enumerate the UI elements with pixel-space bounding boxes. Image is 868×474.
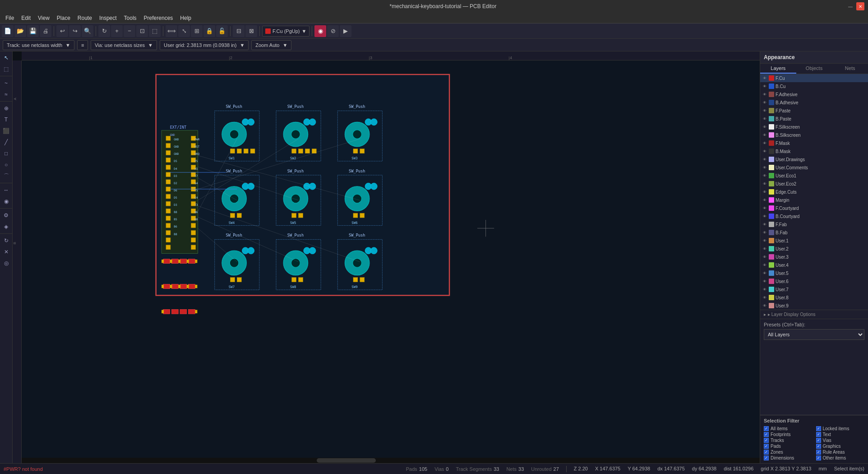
menu-inspect[interactable]: Inspect [96, 14, 120, 22]
sel-rule-areas-check[interactable]: ✓ [816, 450, 821, 455]
layer-eye-f-mask[interactable]: 👁 [762, 140, 767, 146]
layer-color-b-adhesive[interactable] [769, 100, 774, 105]
layer-row-user-6[interactable]: 👁User.6 [760, 277, 868, 285]
sel-locked-items[interactable]: ✓ Locked items [816, 426, 865, 431]
layer-row-user-4[interactable]: 👁User.4 [760, 261, 868, 269]
sel-pads[interactable]: ✓ Pads [764, 444, 813, 449]
sel-tracks[interactable]: ✓ Tracks [764, 438, 813, 443]
sel-dimensions[interactable]: ✓ Dimensions [764, 455, 813, 460]
add-zone-tool[interactable]: ⬛ [1, 125, 12, 136]
layer-color-user-4[interactable] [769, 262, 774, 268]
layer-color-user-8[interactable] [769, 295, 774, 300]
net-inspector[interactable]: ⊠ [245, 25, 257, 37]
zoom-in-button[interactable]: + [111, 25, 123, 37]
layer-eye-user-4[interactable]: 👁 [762, 262, 767, 268]
close-button[interactable]: ✕ [856, 2, 864, 10]
sel-vias[interactable]: ✓ Vias [816, 438, 865, 443]
layer-color-b-mask[interactable] [769, 149, 774, 154]
select-area-tool[interactable]: ⬚ [1, 64, 12, 74]
menu-help[interactable]: Help [176, 14, 195, 22]
sel-all-items[interactable]: ✓ All items [764, 426, 813, 431]
menu-edit[interactable]: Edit [18, 14, 34, 22]
layer-color-user-5[interactable] [769, 270, 774, 276]
sel-footprints-check[interactable]: ✓ [764, 432, 769, 437]
sel-other-items-check[interactable]: ✓ [816, 455, 821, 460]
menu-place[interactable]: Place [53, 14, 74, 22]
layer-row-b-mask[interactable]: 👁B.Mask [760, 147, 868, 155]
canvas-area[interactable]: 1 2 3 4 A B [13, 51, 760, 463]
layer-color-b-paste[interactable] [769, 116, 774, 121]
layer-row-b-courtyard[interactable]: 👁B.Courtyard [760, 212, 868, 220]
sel-locked-items-check[interactable]: ✓ [816, 426, 821, 431]
menu-file[interactable]: File [2, 14, 18, 22]
menu-view[interactable]: View [34, 14, 53, 22]
layer-dropdown[interactable]: F.Cu (PgUp) ▼ [262, 26, 309, 37]
layer-row-f-courtyard[interactable]: 👁F.Courtyard [760, 204, 868, 212]
ratsnest-tool[interactable]: ✕ [1, 246, 12, 257]
sel-tracks-check[interactable]: ✓ [764, 438, 769, 443]
print-button[interactable]: 🖨 [40, 25, 51, 37]
via-size-dropdown[interactable]: Via: use netclass sizes ▼ [91, 40, 157, 50]
layer-eye-user-6[interactable]: 👁 [762, 279, 767, 284]
sel-other-items[interactable]: ✓ Other items [816, 455, 865, 460]
layer-eye-margin[interactable]: 👁 [762, 197, 767, 203]
draw-line-tool[interactable]: ╱ [1, 137, 12, 148]
layer-color-f-courtyard[interactable] [769, 205, 774, 211]
layer-color-user-2[interactable] [769, 246, 774, 251]
layer-row-user-7[interactable]: 👁User.7 [760, 285, 868, 293]
layer-color-b-courtyard[interactable] [769, 214, 774, 219]
unlock-button[interactable]: 🔓 [216, 25, 228, 37]
layer-color-b-fab[interactable] [769, 230, 774, 235]
sel-text-check[interactable]: ✓ [816, 432, 821, 437]
layer-row-user-eco1[interactable]: 👁User.Eco1 [760, 172, 868, 180]
layer-options-toggle[interactable]: ▸ ▸ Layer Display Options [764, 312, 864, 317]
layer-row-f-mask[interactable]: 👁F.Mask [760, 139, 868, 147]
script-button[interactable]: ▶ [340, 25, 351, 37]
layer-eye-user-7[interactable]: 👁 [762, 287, 767, 292]
mirror-button[interactable]: ⤡ [178, 25, 190, 37]
layer-color-user-eco1[interactable] [769, 173, 774, 178]
sel-zones[interactable]: ✓ Zones [764, 450, 813, 455]
route-diff-pair-tool[interactable]: ≈ [1, 89, 12, 100]
sel-dimensions-check[interactable]: ✓ [764, 455, 769, 460]
tab-layers[interactable]: Layers [760, 64, 796, 74]
menu-preferences[interactable]: Preferences [140, 14, 177, 22]
new-button[interactable]: 📄 [2, 25, 14, 37]
layer-eye-user-eco1[interactable]: 👁 [762, 173, 767, 178]
sel-all-items-check[interactable]: ✓ [764, 426, 769, 431]
sel-pads-check[interactable]: ✓ [764, 444, 769, 449]
layer-eye-user-5[interactable]: 👁 [762, 270, 767, 276]
board-setup-tool[interactable]: ⚙ [1, 210, 12, 221]
layer-eye-f-fab[interactable]: 👁 [762, 222, 767, 227]
layer-eye-user-2[interactable]: 👁 [762, 246, 767, 251]
track-width-icon[interactable]: ≡ [77, 40, 88, 50]
layer-color-user-6[interactable] [769, 279, 774, 284]
sel-vias-check[interactable]: ✓ [816, 438, 821, 443]
minimize-button[interactable]: — [846, 2, 854, 10]
layer-color-f-cu[interactable] [769, 75, 774, 81]
layer-eye-user-drawings[interactable]: 👁 [762, 157, 767, 162]
group-button[interactable]: ⊟ [233, 25, 245, 37]
3d-viewer-tool[interactable]: ◈ [1, 221, 12, 232]
undo-button[interactable]: ↩ [56, 25, 68, 37]
layer-eye-b-courtyard[interactable]: 👁 [762, 214, 767, 219]
layer-color-user-1[interactable] [769, 238, 774, 243]
layer-row-b-cu[interactable]: 👁B.Cu [760, 82, 868, 90]
add-footprint-tool[interactable]: ⊕ [1, 103, 12, 114]
layer-color-f-fab[interactable] [769, 222, 774, 227]
layer-color-margin[interactable] [769, 197, 774, 203]
sel-graphics-check[interactable]: ✓ [816, 444, 821, 449]
redo-button[interactable]: ↪ [69, 25, 81, 37]
layer-color-f-silkscreen[interactable] [769, 124, 774, 130]
layer-eye-user-eco2[interactable]: 👁 [762, 181, 767, 186]
layer-color-user-7[interactable] [769, 287, 774, 292]
zoom-out-button[interactable]: − [124, 25, 135, 37]
layer-row-b-silkscreen[interactable]: 👁B.Silkscreen [760, 131, 868, 139]
layer-eye-f-cu[interactable]: 👁 [762, 75, 767, 81]
measure-tool[interactable]: ↔ [1, 185, 12, 195]
zoom-dropdown[interactable]: Zoom Auto ▼ [251, 40, 291, 50]
sel-rule-areas[interactable]: ✓ Rule Areas [816, 450, 865, 455]
rotate-tool[interactable]: ↻ [1, 235, 12, 246]
layer-color-user-comments[interactable] [769, 165, 774, 170]
layer-row-user-3[interactable]: 👁User.3 [760, 253, 868, 261]
